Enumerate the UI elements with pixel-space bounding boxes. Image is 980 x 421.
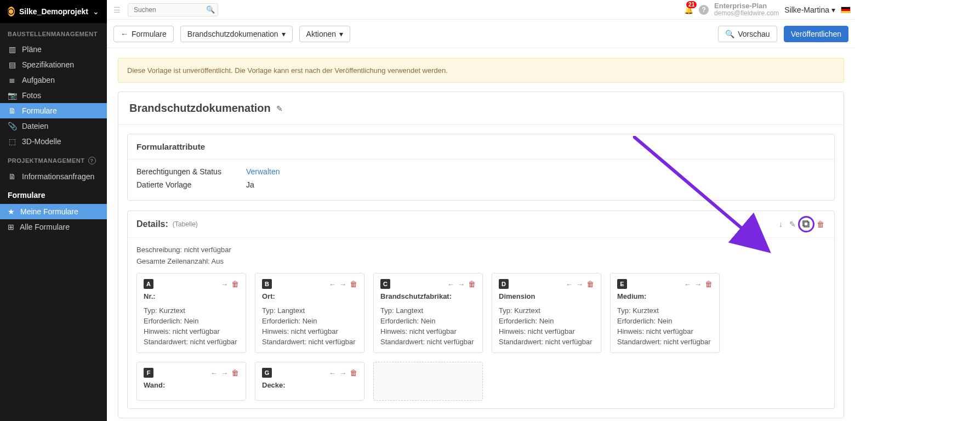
attr-value[interactable]: Verwalten [246,167,280,176]
delete-column-icon[interactable]: 🗑 [586,280,594,288]
svg-point-0 [8,9,14,14]
add-column-placeholder[interactable] [373,362,483,401]
nav-icon: ≣ [8,76,16,84]
actions-dropdown[interactable]: Aktionen ▾ [299,26,350,42]
attr-value: Ja [246,180,254,189]
sidebar-item-label: 3D-Modelle [22,137,61,146]
sidebar-item-spezifikationen[interactable]: ▤Spezifikationen [0,57,107,72]
chevron-down-icon: ⌄ [93,7,99,16]
delete-column-icon[interactable]: 🗑 [231,280,239,288]
delete-column-icon[interactable]: 🗑 [350,280,357,288]
sidebar-item-fotos[interactable]: 📷Fotos [0,88,107,103]
help-button[interactable]: ? [699,5,709,15]
forms-subitem-meine-formulare[interactable]: ★Meine Formulare [0,204,107,219]
column-card-A: A → 🗑 Nr.: Typ: KurztextErforderlich: Ne… [136,273,246,353]
column-name: Wand: [144,381,239,389]
sidebar-item-label: Pläne [22,45,42,54]
svg-rect-1 [804,222,809,227]
column-letter-badge: A [144,279,153,289]
search-icon[interactable]: 🔍 [206,5,215,14]
sidebar-item-label: Dateien [22,122,48,130]
move-right-icon[interactable]: → [339,369,346,377]
help-icon[interactable]: ? [88,157,96,164]
section-rowcount: Gesamte Zeilenanzahl: Aus [136,257,825,265]
sidebar-item-3d-modelle[interactable]: ⬚3D-Modelle [0,134,107,149]
move-left-icon[interactable]: ← [684,280,691,288]
column-letter-badge: B [262,279,272,289]
move-left-icon[interactable]: ← [210,369,218,377]
delete-column-icon[interactable]: 🗑 [705,280,713,288]
notification-badge: 21 [686,1,697,8]
sidebar-item-label: Fotos [22,91,41,100]
nav-icon: 📷 [8,91,16,100]
delete-column-icon[interactable]: 🗑 [231,368,239,377]
nav-icon: ▥ [8,45,16,54]
attr-key: Datierte Vorlage [136,180,246,189]
move-right-icon[interactable]: → [576,280,583,288]
nav-icon: ★ [8,207,15,216]
project-switcher[interactable]: Silke_Demoprojekt ⌄ [0,0,107,23]
notification-bell[interactable]: 🔔21 [684,5,693,14]
content-scroll[interactable]: Diese Vorlage ist unveröffentlicht. Die … [107,48,855,421]
plan-info[interactable]: Enterprise-Plan demos@fieldwire.com [714,2,779,17]
publish-button[interactable]: Veröffentlichen [784,26,848,42]
sidebar-item-informationsanfragen[interactable]: 🗎Informationsanfragen [0,169,107,184]
column-meta: Typ: KurztextErforderlich: NeinHinweis: … [144,306,239,347]
sidebar-item-label: Spezifikationen [22,60,74,69]
locale-flag-de[interactable] [841,7,851,13]
move-right-icon[interactable]: → [339,280,346,288]
column-card-D: D ← → 🗑 Dimension Typ: KurztextErforderl… [492,273,601,353]
move-left-icon[interactable]: ← [447,280,454,288]
move-left-icon[interactable]: ← [329,280,336,288]
edit-icon[interactable]: ✎ [276,104,283,113]
column-name: Decke: [262,381,357,389]
column-name: Ort: [262,292,357,300]
sidebar-item-formulare[interactable]: 🗎Formulare [0,103,107,118]
form-title-row: Brandschutzdokumenation ✎ [118,92,844,125]
project-name: Silke_Demoprojekt [19,7,88,16]
user-menu[interactable]: Silke-Martina ▾ [784,5,835,14]
preview-button[interactable]: 🔍 Vorschau [718,26,777,42]
toolbar: ← Formulare Brandschutzdokumenation ▾ Ak… [107,20,855,48]
search-wrap: 🔍 [128,3,218,16]
nav-icon: 📎 [8,122,16,130]
attr-row: Datierte VorlageJa [136,178,825,191]
edit-section-icon[interactable]: ✎ [788,219,797,230]
move-down-icon[interactable]: ↓ [778,219,784,230]
sidebar-item-label: Informationsanfragen [22,172,94,181]
move-left-icon[interactable]: ← [566,280,573,288]
hamburger-icon[interactable]: ☰ [111,5,122,14]
delete-section-icon[interactable]: 🗑 [816,219,825,230]
attributes-card: Formularattribute Berechtigungen & Statu… [127,134,835,201]
sidebar-item-label: Formulare [22,106,57,115]
sidebar-item-aufgaben[interactable]: ≣Aufgaben [0,72,107,88]
search-input[interactable] [128,3,218,16]
section-card-details: Details: (Tabelle) ↓ ✎ 🗑 Beschreibung: n… [127,210,835,409]
column-letter-badge: D [499,279,509,289]
move-left-icon[interactable]: ← [329,369,336,377]
form-card: Brandschutzdokumenation ✎ Formularattrib… [118,92,844,418]
column-meta: Typ: LangtextErforderlich: NeinHinweis: … [380,306,476,347]
search-icon: 🔍 [725,30,734,38]
section-header: Details: (Tabelle) ↓ ✎ 🗑 [128,211,834,238]
sidebar-item-pläne[interactable]: ▥Pläne [0,42,107,57]
delete-column-icon[interactable]: 🗑 [468,280,476,288]
column-card-F: F ← → 🗑 Wand: [136,362,246,401]
forms-subitem-alle-formulare[interactable]: ⊞Alle Formulare [0,219,107,235]
template-dropdown[interactable]: Brandschutzdokumenation ▾ [180,26,293,42]
copy-section-icon[interactable] [801,219,811,229]
column-letter-badge: F [144,368,153,378]
column-name: Dimension [499,292,594,300]
column-name: Nr.: [144,292,239,300]
sidebar-item-dateien[interactable]: 📎Dateien [0,118,107,134]
move-right-icon[interactable]: → [221,280,228,288]
move-right-icon[interactable]: → [694,280,702,288]
move-right-icon[interactable]: → [458,280,465,288]
back-button[interactable]: ← Formulare [113,26,174,42]
column-letter-badge: C [380,279,390,289]
move-right-icon[interactable]: → [221,369,228,377]
nav-icon: ⬚ [8,137,16,146]
sidebar: Silke_Demoprojekt ⌄ BAUSTELLENMANAGEMENT… [0,0,107,421]
column-card-E: E ← → 🗑 Medium: Typ: KurztextErforderlic… [610,273,720,353]
delete-column-icon[interactable]: 🗑 [350,368,357,377]
